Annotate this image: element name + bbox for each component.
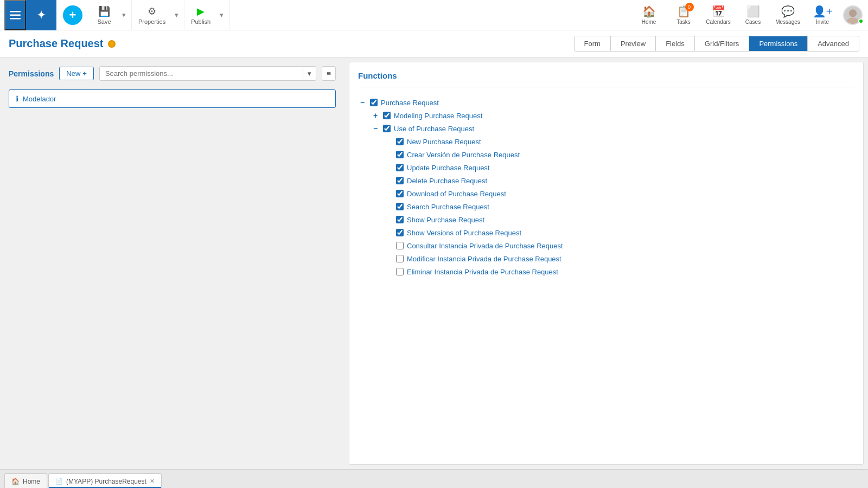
label-update-purchase-request[interactable]: Update Purchase Request xyxy=(407,164,489,172)
tree-item-new-purchase-request: New Purchase Request xyxy=(384,135,854,148)
checkbox-show-versions[interactable] xyxy=(396,229,404,236)
publish-label: Publish xyxy=(191,18,210,25)
collapse-btn-use-of-purchase-request[interactable]: − xyxy=(371,124,380,133)
checkbox-modificar-instancia[interactable] xyxy=(396,255,404,262)
checkbox-new-purchase-request[interactable] xyxy=(396,138,404,145)
tab-grid-filters[interactable]: Grid/Filters xyxy=(695,36,750,51)
new-button-label: New xyxy=(66,69,80,78)
add-button[interactable]: + xyxy=(63,5,82,25)
save-label: Save xyxy=(97,18,111,25)
save-group: 💾 Save ▾ xyxy=(89,0,132,30)
checkbox-modeling-purchase-request[interactable] xyxy=(383,112,391,119)
search-permissions-input[interactable] xyxy=(100,67,303,80)
collapse-btn-purchase-request[interactable]: − xyxy=(358,98,367,107)
messages-icon: 💬 xyxy=(781,5,795,18)
home-nav-button[interactable]: 🏠 Home xyxy=(633,2,665,29)
properties-button[interactable]: ⚙ Properties xyxy=(134,2,170,29)
svg-rect-1 xyxy=(10,14,21,16)
tree-item-search-purchase-request: Search Purchase Request xyxy=(384,200,854,213)
svg-point-3 xyxy=(849,9,857,17)
label-download-purchase-request[interactable]: Download of Purchase Request xyxy=(407,190,506,198)
bottom-tab-home[interactable]: 🏠 Home xyxy=(4,473,47,488)
tasks-nav-button[interactable]: 📋 0 Tasks xyxy=(667,2,700,29)
title-status-dot xyxy=(108,40,116,48)
search-dropdown-button[interactable]: ▾ xyxy=(303,67,316,80)
save-dropdown[interactable]: ▾ xyxy=(118,2,129,29)
hamburger-button[interactable] xyxy=(4,0,26,30)
publish-button[interactable]: ▶ Publish xyxy=(187,2,215,29)
label-use-of-purchase-request[interactable]: Use of Purchase Request xyxy=(394,125,474,133)
left-panel: Permissions New + ▾ ≡ ℹ Modelador xyxy=(0,57,344,469)
checkbox-download-purchase-request[interactable] xyxy=(396,190,404,197)
logo-button[interactable]: ✦ xyxy=(26,0,56,30)
publish-dropdown[interactable]: ▾ xyxy=(216,2,227,29)
checkbox-show-purchase-request[interactable] xyxy=(396,216,404,223)
checkbox-eliminar-instancia[interactable] xyxy=(396,268,404,275)
tree-item-delete-purchase-request: Delete Purchase Request xyxy=(384,174,854,187)
tree-item-consultar-instancia: Consultar Instancia Privada de Purchase … xyxy=(384,239,854,252)
label-show-purchase-request[interactable]: Show Purchase Request xyxy=(407,216,484,224)
label-purchase-request[interactable]: Purchase Request xyxy=(381,99,439,107)
save-icon: 💾 xyxy=(98,5,110,17)
tree-item-show-purchase-request: Show Purchase Request xyxy=(384,213,854,226)
tab-form[interactable]: Form xyxy=(575,36,611,51)
expand-btn-modeling-purchase-request[interactable]: + xyxy=(371,111,380,120)
label-show-versions[interactable]: Show Versions of Purchase Request xyxy=(407,229,521,237)
tab-preview[interactable]: Preview xyxy=(611,36,656,51)
cases-icon: ⬜ xyxy=(746,5,760,18)
bottom-tab-myapp[interactable]: 📄 (MYAPP) PurchaseRequest ✕ xyxy=(48,473,162,488)
tasks-badge: 0 xyxy=(685,3,694,11)
myapp-tab-close[interactable]: ✕ xyxy=(150,478,155,485)
myapp-tab-label: (MYAPP) PurchaseRequest xyxy=(66,478,146,485)
label-crear-version[interactable]: Crear Versión de Purchase Request xyxy=(407,151,520,159)
main-content: Permissions New + ▾ ≡ ℹ Modelador Functi… xyxy=(0,57,868,469)
list-view-button[interactable]: ≡ xyxy=(322,66,336,81)
tree-item-download-purchase-request: Download of Purchase Request xyxy=(384,187,854,200)
svg-point-4 xyxy=(846,17,859,25)
list-view-icon: ≡ xyxy=(327,69,331,78)
checkbox-purchase-request[interactable] xyxy=(370,99,378,106)
calendars-nav-button[interactable]: 📅 Calendars xyxy=(702,2,735,29)
checkbox-search-purchase-request[interactable] xyxy=(396,203,404,210)
tasks-icon-wrap: 📋 0 xyxy=(677,5,691,18)
svg-rect-0 xyxy=(10,11,21,12)
home-nav-label: Home xyxy=(642,19,656,25)
checkbox-crear-version[interactable] xyxy=(396,151,404,158)
tree-item-modeling-purchase-request: +Modeling Purchase Request xyxy=(371,109,854,122)
checkbox-update-purchase-request[interactable] xyxy=(396,164,404,171)
tab-permissions[interactable]: Permissions xyxy=(749,36,808,51)
properties-icon: ⚙ xyxy=(148,5,156,17)
cases-nav-label: Cases xyxy=(745,19,761,25)
label-modificar-instancia[interactable]: Modificar Instancia Privada de Purchase … xyxy=(407,255,561,263)
cases-nav-button[interactable]: ⬜ Cases xyxy=(737,2,769,29)
messages-nav-button[interactable]: 💬 Messages xyxy=(771,2,804,29)
tree-item-crear-version: Crear Versión de Purchase Request xyxy=(384,148,854,161)
new-permission-button[interactable]: New + xyxy=(59,67,94,80)
tasks-nav-label: Tasks xyxy=(676,19,691,25)
properties-label: Properties xyxy=(138,18,165,25)
label-delete-purchase-request[interactable]: Delete Purchase Request xyxy=(407,177,487,185)
publish-icon: ▶ xyxy=(197,5,205,17)
invite-icon: 👤+ xyxy=(813,5,833,18)
label-modeling-purchase-request[interactable]: Modeling Purchase Request xyxy=(394,112,482,120)
home-tab-label: Home xyxy=(23,478,40,485)
checkbox-consultar-instancia[interactable] xyxy=(396,242,404,249)
properties-group: ⚙ Properties ▾ xyxy=(132,0,184,30)
checkbox-use-of-purchase-request[interactable] xyxy=(383,125,391,132)
publish-group: ▶ Publish ▾ xyxy=(184,0,229,30)
label-new-purchase-request[interactable]: New Purchase Request xyxy=(407,138,481,146)
role-name-label: Modelador xyxy=(23,95,56,103)
properties-dropdown[interactable]: ▾ xyxy=(171,2,182,29)
save-button[interactable]: 💾 Save xyxy=(91,2,117,29)
checkbox-delete-purchase-request[interactable] xyxy=(396,177,404,184)
label-search-purchase-request[interactable]: Search Purchase Request xyxy=(407,203,489,211)
tab-fields[interactable]: Fields xyxy=(656,36,695,51)
permissions-label: Permissions xyxy=(9,69,54,78)
logo-icon: ✦ xyxy=(36,8,46,22)
invite-nav-button[interactable]: 👤+ Invite xyxy=(806,2,839,29)
label-consultar-instancia[interactable]: Consultar Instancia Privada de Purchase … xyxy=(407,242,563,250)
role-item-modelador[interactable]: ℹ Modelador xyxy=(9,89,336,108)
bottom-bar: 🏠 Home 📄 (MYAPP) PurchaseRequest ✕ xyxy=(0,469,868,488)
tab-advanced[interactable]: Advanced xyxy=(808,36,859,51)
label-eliminar-instancia[interactable]: Eliminar Instancia Privada de Purchase R… xyxy=(407,268,558,276)
